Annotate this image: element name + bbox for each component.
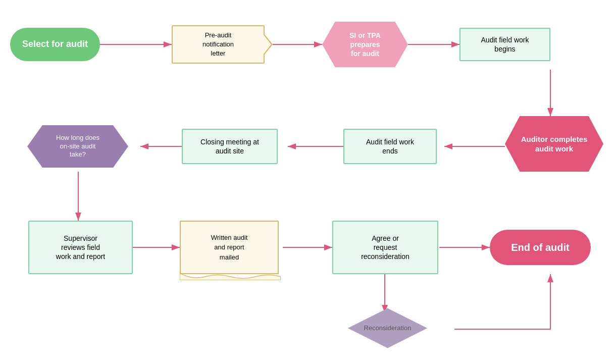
written-audit-node: Written auditand reportmailed bbox=[180, 221, 281, 274]
agree-reconsider-node: Agree orrequestreconsideration bbox=[332, 221, 438, 274]
end-of-audit-node: End of audit bbox=[490, 230, 591, 265]
reconsideration-node: Reconsideration bbox=[343, 306, 432, 350]
pre-audit-node: Pre-auditnotificationletter bbox=[172, 25, 272, 64]
flowchart-canvas: Select for audit Pre-auditnotificationle… bbox=[0, 0, 614, 364]
si-tpa-node: SI or TPApreparesfor audit bbox=[322, 22, 408, 67]
auditor-completes-node: Auditor completesaudit work bbox=[505, 116, 603, 172]
closing-meeting-node: Closing meeting ataudit site bbox=[182, 129, 278, 164]
select-for-audit-node: Select for audit bbox=[10, 28, 100, 61]
audit-field-begins-node: Audit field workbegins bbox=[459, 28, 550, 61]
how-long-node: How long doeson-site audittake? bbox=[27, 125, 128, 168]
audit-field-ends-node: Audit field workends bbox=[343, 129, 437, 164]
supervisor-reviews-node: Supervisorreviews fieldwork and report bbox=[28, 221, 133, 274]
